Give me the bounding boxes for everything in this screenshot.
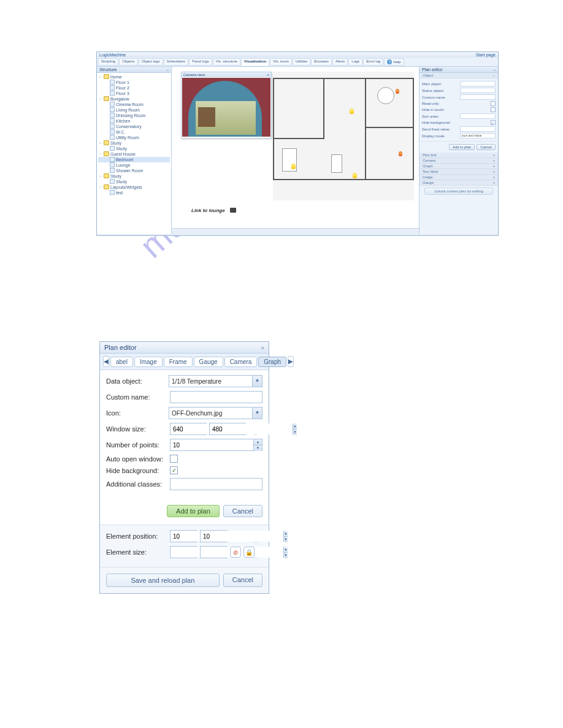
tab-frame[interactable]: Frame xyxy=(164,357,193,367)
tree-item[interactable]: Kitchen xyxy=(98,118,170,124)
property-control[interactable] xyxy=(460,88,496,93)
accordion-header[interactable]: Graph+ xyxy=(419,164,498,169)
accordion-header[interactable]: Text label+ xyxy=(419,169,498,175)
tree-toggle-icon[interactable]: − xyxy=(98,185,102,189)
tree-item[interactable]: Dressing Room xyxy=(98,113,170,118)
tab-trend-logs[interactable]: Trend logs xyxy=(189,58,212,66)
tab-object-logs[interactable]: Object logs xyxy=(139,58,163,66)
spinner-up-icon[interactable]: ▲ xyxy=(293,423,297,430)
position-x-spinner[interactable]: ▲▼ xyxy=(170,530,197,542)
data-object-combo[interactable]: ▼ xyxy=(169,375,262,387)
accordion-header[interactable]: Gauge+ xyxy=(419,180,498,186)
tab-graph[interactable]: Graph xyxy=(258,357,286,367)
tree-item[interactable]: Bedroom xyxy=(98,157,170,162)
tab-objects[interactable]: Objects xyxy=(119,58,137,66)
tab-error-log[interactable]: Error log xyxy=(363,58,383,66)
spinner-up-icon[interactable]: ▲ xyxy=(284,531,288,537)
window-width-spinner[interactable]: ▲▼ xyxy=(170,423,207,435)
accordion-header[interactable]: Plan link+ xyxy=(419,153,498,158)
tab-vis-icons[interactable]: Vis. icons xyxy=(270,58,292,66)
tree-item[interactable]: test xyxy=(98,190,170,195)
icon-input[interactable] xyxy=(169,408,252,419)
scroll-left-button[interactable]: ◀ xyxy=(103,356,109,367)
spinner-down-icon[interactable]: ▼ xyxy=(284,537,288,542)
collapse-icon[interactable]: » xyxy=(261,344,264,351)
property-control[interactable]: icon and value xyxy=(460,133,496,138)
bulb-icon[interactable] xyxy=(350,108,354,114)
collapse-icon[interactable]: » xyxy=(494,68,496,72)
tab-alerts[interactable]: Alerts xyxy=(332,58,348,66)
tab-gauge[interactable]: Gauge xyxy=(194,357,223,367)
property-checkbox[interactable] xyxy=(491,101,496,106)
tree-item[interactable]: Living Room xyxy=(98,107,170,113)
tab-visualization[interactable]: Visualization xyxy=(241,58,270,66)
tree-item[interactable]: Lounge xyxy=(98,162,170,168)
tree-item[interactable]: −Guest House xyxy=(98,151,170,157)
tree-item[interactable]: −Study xyxy=(98,140,170,146)
spinner-up-icon[interactable]: ▲ xyxy=(284,547,288,553)
tree-item[interactable]: −Bungalow xyxy=(98,96,170,102)
additional-classes-input[interactable] xyxy=(170,478,262,490)
tab-vis-structure[interactable]: Vis. structure xyxy=(213,58,240,66)
num-points-input[interactable] xyxy=(170,439,253,450)
window-height-input[interactable] xyxy=(210,423,293,434)
save-reload-button[interactable]: Save and reload plan xyxy=(106,574,220,587)
tree-item[interactable]: Shower Room xyxy=(98,168,170,173)
custom-name-input[interactable] xyxy=(170,391,262,403)
tree-item[interactable]: Study xyxy=(98,146,170,151)
tab-utilities[interactable]: Utilities xyxy=(293,58,310,66)
auto-open-checkbox[interactable] xyxy=(170,455,178,463)
spinner-down-icon[interactable]: ▼ xyxy=(284,553,288,558)
accordion-header[interactable]: Image+ xyxy=(419,175,498,180)
tab-schedulers[interactable]: Schedulers xyxy=(164,58,188,66)
tab-label[interactable]: abel xyxy=(110,357,133,367)
cancel-button[interactable]: Cancel xyxy=(223,574,262,587)
add-to-plan-button[interactable]: Add to plan xyxy=(449,144,475,150)
tree-toggle-icon[interactable]: − xyxy=(98,174,102,178)
bulb-icon[interactable] xyxy=(353,173,357,178)
floorplan-canvas[interactable]: Camera view × xyxy=(172,67,419,234)
camera-view-window[interactable]: Camera view × xyxy=(181,72,272,138)
accordion-header[interactable]: Camera+ xyxy=(419,158,498,164)
size-w-spinner[interactable]: ▲▼ xyxy=(170,546,197,558)
heat-icon[interactable] xyxy=(396,89,399,94)
start-page-link[interactable]: Start page xyxy=(476,53,496,57)
tree-item[interactable]: Conservatory xyxy=(98,124,170,129)
property-control[interactable] xyxy=(460,113,496,119)
tab-logs[interactable]: Logs xyxy=(348,58,362,66)
tree-item[interactable]: −Layouts/Widgets xyxy=(98,184,170,190)
size-h-spinner[interactable]: ▲▼ xyxy=(200,546,228,558)
tree-item[interactable]: Floor 3 xyxy=(98,91,170,96)
horizontal-scrollbar[interactable] xyxy=(172,228,419,234)
tab-image[interactable]: Image xyxy=(134,357,163,367)
tree-item[interactable]: Floor 2 xyxy=(98,85,170,91)
unlock-plan-button[interactable]: Unlock current plan for editing xyxy=(424,188,493,195)
heat-icon[interactable] xyxy=(399,151,402,156)
icon-combo[interactable]: ▼ xyxy=(169,407,262,419)
tree-item[interactable]: Floor 1 xyxy=(98,80,170,85)
lock-button[interactable]: 🔒 xyxy=(243,547,255,558)
tree-item[interactable]: Utility Room xyxy=(98,135,170,140)
spinner-down-icon[interactable]: ▼ xyxy=(254,446,262,451)
tree-item[interactable]: Cinema Room xyxy=(98,102,170,107)
scroll-right-button[interactable]: ▶ xyxy=(288,356,294,367)
property-control[interactable] xyxy=(460,126,496,132)
spinner-down-icon[interactable]: ▼ xyxy=(293,430,297,435)
chevron-down-icon[interactable]: ▼ xyxy=(252,408,262,419)
delete-button[interactable]: ⊘ xyxy=(230,547,241,558)
tree-item[interactable]: Study xyxy=(98,179,170,184)
property-control[interactable] xyxy=(460,81,496,86)
data-object-input[interactable] xyxy=(169,376,252,387)
chevron-down-icon[interactable]: ▼ xyxy=(252,376,262,387)
tab-enocean[interactable]: Enocean xyxy=(311,58,332,66)
property-checkbox[interactable]: ✓ xyxy=(491,120,496,125)
cancel-button[interactable]: Cancel xyxy=(223,505,262,517)
tree-item[interactable]: W.C. xyxy=(98,129,170,135)
tree-item[interactable]: −Study xyxy=(98,173,170,179)
hide-bg-checkbox[interactable]: ✓ xyxy=(170,466,178,474)
link-to-lounge[interactable]: Link to lounge xyxy=(191,208,236,213)
tab-scripting[interactable]: Scripting xyxy=(98,58,118,66)
size-h-input[interactable] xyxy=(201,547,283,558)
num-points-spinner[interactable]: ▲▼ xyxy=(170,439,262,451)
property-checkbox[interactable] xyxy=(491,107,496,112)
